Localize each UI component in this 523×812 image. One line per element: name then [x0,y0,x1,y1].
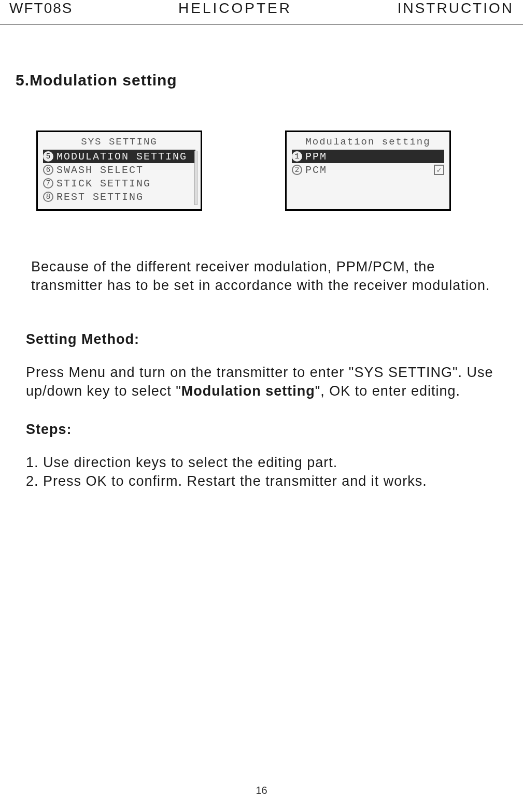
lcd2-row-label: PPM [305,151,327,163]
setting-method-paragraph: Press Menu and turn on the transmitter t… [26,363,513,401]
steps-heading: Steps: [26,422,507,438]
lcd2-row: 1 PPM [292,150,444,163]
step-item: 2. Press OK to confirm. Restart the tran… [26,472,507,490]
steps-list: 1. Use direction keys to select the edit… [26,453,507,491]
lcd1-row: 8 REST SETTING [43,190,195,204]
setting-method-heading: Setting Method: [26,331,507,347]
lcd-sys-setting: SYS SETTING 5 MODULATION SETTING 6 SWASH… [36,130,202,211]
page-number: 16 [0,785,523,796]
step-item: 1. Use direction keys to select the edit… [26,453,507,472]
lcd1-row-num: 7 [43,178,53,189]
page-header: WFT08S HELICOPTER INSTRUCTION [0,0,523,25]
intro-paragraph: Because of the different receiver modula… [31,257,498,295]
lcd1-row-num: 6 [43,165,53,175]
lcd-modulation-setting: Modulation setting 1 PPM 2 PCM ✓ [285,130,451,211]
lcd2-row-label: PCM [305,164,327,176]
header-center: HELICOPTER [178,0,292,17]
method-text-post: ", OK to enter editing. [315,383,460,399]
method-text-bold: Modulation setting [181,383,315,399]
lcd1-row: 5 MODULATION SETTING [43,150,195,163]
lcd2-row: 2 PCM ✓ [292,163,444,177]
section-title: 5.Modulation setting [16,71,507,89]
lcd1-row-label: REST SETTING [56,191,144,203]
check-icon: ✓ [434,165,444,175]
header-right: INSTRUCTION [398,0,514,17]
page-content: 5.Modulation setting SYS SETTING 5 MODUL… [0,71,523,491]
lcd1-title: SYS SETTING [43,136,195,148]
lcd1-row: 7 STICK SETTING [43,177,195,190]
lcd2-row-num: 1 [292,151,302,162]
lcd-screens-row: SYS SETTING 5 MODULATION SETTING 6 SWASH… [36,130,507,211]
lcd1-row: 6 SWASH SELECT [43,163,195,177]
lcd2-row-num: 2 [292,165,302,175]
lcd1-scrollbar [194,151,197,205]
lcd1-row-num: 8 [43,192,53,202]
lcd1-row-label: SWASH SELECT [56,164,144,176]
lcd2-title: Modulation setting [292,136,444,148]
lcd1-row-label: STICK SETTING [56,178,151,190]
header-left: WFT08S [9,0,73,17]
lcd1-row-num: 5 [43,151,53,162]
lcd1-row-label: MODULATION SETTING [56,151,187,163]
